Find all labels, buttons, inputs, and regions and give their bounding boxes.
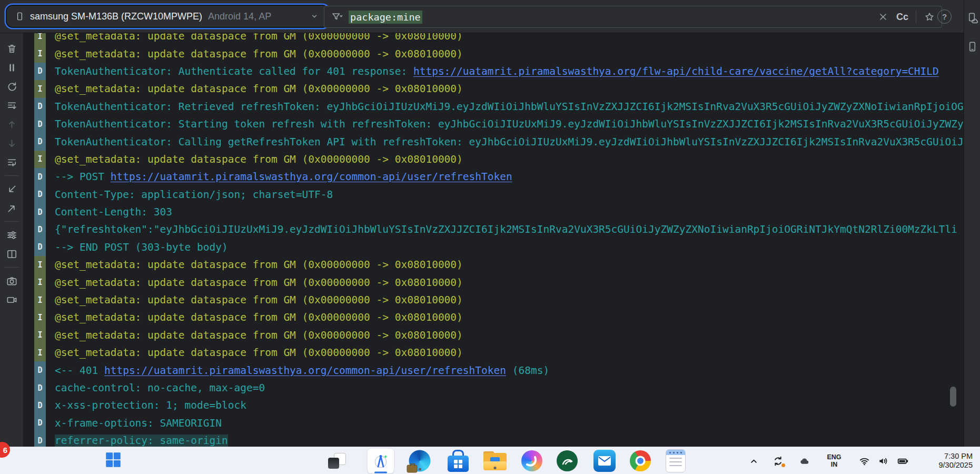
running-devices-icon (966, 12, 978, 24)
microsoft-store-icon (448, 450, 469, 472)
log-message: referrer-policy: same-origin (55, 432, 228, 447)
split-panel-button[interactable] (3, 245, 20, 262)
tray-battery[interactable] (895, 447, 910, 474)
next-occurrence-button (3, 135, 20, 152)
log-row[interactable]: D--> POST https://uatamrit.piramalswasth… (23, 168, 964, 185)
log-row[interactable]: D--> END POST (303-byte body) (23, 239, 964, 256)
tray-volume[interactable] (876, 447, 890, 474)
import-logs-button[interactable] (3, 181, 20, 197)
help-icon[interactable]: ? (937, 9, 952, 24)
log-row[interactable]: Dreferrer-policy: same-origin (23, 432, 964, 447)
tray-network[interactable] (857, 447, 871, 474)
tray-onedrive-icon[interactable] (797, 447, 811, 474)
screen-record-icon (6, 294, 18, 306)
logcat-log-area[interactable]: I@set_metadata: update dataspace from GM… (23, 33, 964, 447)
task-view-button[interactable] (328, 453, 346, 469)
screenshot-button[interactable] (3, 272, 20, 289)
chrome-icon (630, 450, 651, 471)
log-row[interactable]: DTokenAuthenticator: Retrieved refreshTo… (23, 98, 964, 115)
log-row[interactable]: I@set_metadata: update dataspace from GM… (23, 45, 964, 62)
log-message: Content-Length: 303 (55, 203, 172, 221)
taskbar-app-outlook[interactable] (593, 450, 616, 472)
taskbar-app-edge[interactable] (409, 450, 431, 472)
taskbar-app-copilot[interactable] (521, 450, 542, 471)
log-link[interactable]: https://uatamrit.piramalswasthya.org/com… (111, 171, 512, 183)
log-level-badge: D (34, 414, 46, 432)
tray-overflow-chevron[interactable] (747, 447, 760, 474)
screen-record-button[interactable] (3, 291, 20, 308)
log-row[interactable]: Dx-xss-protection: 1; mode=block (23, 397, 964, 414)
export-logs-icon (6, 202, 18, 214)
log-level-badge: D (34, 133, 46, 150)
windows-taskbar: Search (0, 447, 980, 474)
export-logs-button[interactable] (3, 200, 20, 216)
taskbar-app-android-studio[interactable] (367, 448, 394, 474)
scroll-to-end-button[interactable] (3, 97, 20, 114)
logcat-filter-field[interactable]: package:mine Cc (324, 6, 942, 28)
log-message: @set_metadata: update dataspace from GM … (55, 344, 463, 361)
favorite-filter-star-icon[interactable] (924, 11, 935, 23)
work-briefcase-badge-icon (407, 465, 418, 473)
filter-funnel-icon[interactable] (331, 11, 343, 23)
log-row[interactable]: I@set_metadata: update dataspace from GM… (23, 151, 964, 168)
log-message: TokenAuthenticator: Starting token refre… (55, 115, 964, 133)
log-message: --> END POST (303-byte body) (55, 239, 228, 256)
match-case-toggle[interactable]: Cc (896, 12, 908, 23)
device-manager-button[interactable] (964, 38, 980, 55)
log-row[interactable]: DContent-Length: 303 (23, 203, 964, 221)
log-row[interactable]: DTokenAuthenticator: Calling getRefreshT… (23, 133, 964, 150)
log-level-badge: D (34, 186, 46, 203)
log-message: cache-control: no-cache, max-age=0 (55, 379, 265, 397)
outlook-icon (593, 450, 616, 472)
soft-wrap-button[interactable] (3, 154, 20, 171)
taskbar-app-microsoft-store[interactable] (448, 450, 469, 472)
log-row[interactable]: I@set_metadata: update dataspace from GM… (23, 327, 964, 344)
start-button[interactable] (105, 452, 121, 470)
taskbar-clock[interactable]: 7:30 PM 9/30/2025 (938, 447, 973, 474)
clear-logcat-button[interactable] (3, 40, 20, 57)
taskbar-app-notepad[interactable] (666, 449, 686, 472)
log-row[interactable]: I@set_metadata: update dataspace from GM… (23, 80, 964, 97)
taskbar-app-green[interactable] (557, 450, 578, 471)
tray-language-switcher[interactable]: ENG IN (826, 447, 843, 474)
screenshot-icon (6, 275, 18, 287)
log-row[interactable]: D{"refreshtoken":"eyJhbGciOiJIUzUxMiJ9.e… (23, 221, 964, 238)
log-row[interactable]: Dcache-control: no-cache, max-age=0 (23, 379, 964, 397)
pause-logcat-button[interactable] (3, 59, 20, 76)
phone-icon (15, 11, 24, 22)
log-row[interactable]: I@set_metadata: update dataspace from GM… (23, 344, 964, 361)
log-row[interactable]: I@set_metadata: update dataspace from GM… (23, 273, 964, 291)
wifi-icon (858, 455, 870, 467)
log-row[interactable]: DTokenAuthenticator: Authenticate called… (23, 63, 964, 80)
task-view-icon (328, 453, 346, 469)
log-row[interactable]: I@set_metadata: update dataspace from GM… (23, 256, 964, 273)
log-message: @set_metadata: update dataspace from GM … (55, 273, 463, 291)
tray-update-icon[interactable] (771, 447, 785, 474)
pause-logcat-icon (6, 62, 18, 74)
log-row[interactable]: D<-- 401 https://uatamrit.piramalswasthy… (23, 361, 964, 379)
log-message: @set_metadata: update dataspace from GM … (55, 291, 463, 309)
log-row[interactable]: Dx-frame-options: SAMEORIGIN (23, 414, 964, 432)
running-devices-button[interactable] (964, 9, 980, 26)
log-row[interactable]: I@set_metadata: update dataspace from GM… (23, 291, 964, 309)
log-level-badge: I (34, 256, 46, 273)
log-link[interactable]: https://uatamrit.piramalswasthya.org/flw… (413, 65, 939, 77)
clear-filter-icon[interactable] (877, 11, 889, 23)
vertical-scrollbar-thumb[interactable] (950, 387, 956, 407)
windows-logo-icon (105, 452, 121, 468)
log-row[interactable]: DContent-Type: application/json; charset… (23, 186, 964, 203)
log-message: x-frame-options: SAMEORIGIN (55, 414, 222, 432)
device-selector[interactable]: samsung SM-M136B (RZCW10MPWPE) Android 1… (6, 5, 329, 28)
taskbar-app-file-explorer[interactable] (483, 451, 507, 470)
next-occurrence-icon (6, 137, 18, 150)
logcat-settings-button[interactable] (3, 226, 20, 243)
filter-query-text[interactable]: package:mine (349, 11, 422, 24)
log-level-badge: I (34, 151, 46, 168)
log-link[interactable]: https://uatamrit.piramalswasthya.org/com… (104, 364, 506, 377)
log-row[interactable]: I@set_metadata: update dataspace from GM… (23, 33, 964, 45)
log-row[interactable]: I@set_metadata: update dataspace from GM… (23, 309, 964, 326)
log-message: x-xss-protection: 1; mode=block (55, 397, 246, 414)
taskbar-app-chrome[interactable] (630, 450, 651, 471)
restart-logcat-button[interactable] (3, 78, 20, 95)
log-row[interactable]: DTokenAuthenticator: Starting token refr… (23, 115, 964, 133)
